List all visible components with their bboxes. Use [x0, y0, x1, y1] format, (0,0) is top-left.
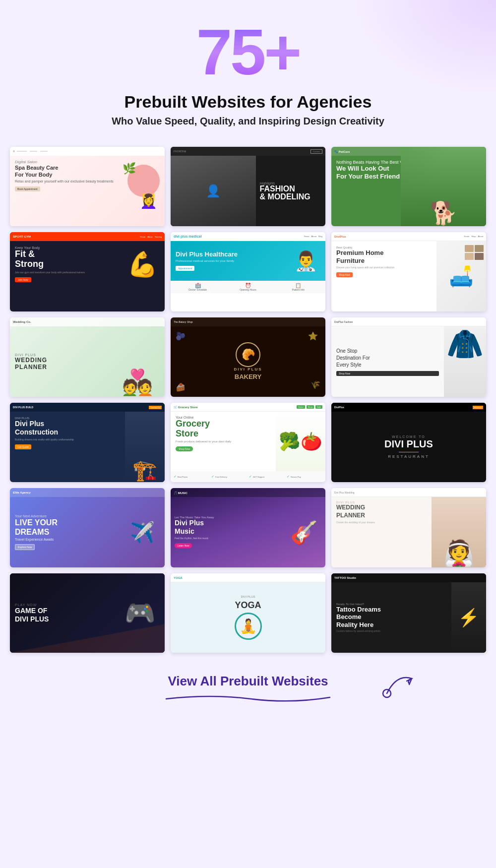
card-wedding2[interactable]: Divi Plus Wedding DIVI PLUS WEDDINGPLANN…: [331, 488, 486, 567]
hc-icon-2: ⏰: [224, 283, 272, 288]
grocery-title: GroceryStore: [176, 419, 271, 439]
grid-row-3: Wedding Co. DIVI PLUS WEDDINGPLANNER 💑 T…: [10, 317, 486, 397]
pets-logo: 🐾 PetCare: [334, 150, 350, 153]
underline-sketch: [161, 691, 335, 704]
bakery-subtitle: DIVI PLUS: [234, 367, 262, 372]
grocery-feat-2: ✓ Free Delivery: [211, 473, 247, 481]
music-logo: 🎵 MUSIC: [174, 491, 187, 495]
bakery-item-1: 🫐: [176, 331, 186, 341]
footer-cta: View All Prebuilt Websites: [0, 659, 496, 714]
tattoo-title: Tattoo DreamsBecomeReality Here: [336, 606, 446, 629]
fitness-nav-2: About: [147, 236, 152, 238]
healthcare-sub: Professional medical services for your f…: [176, 259, 291, 262]
restaurant-title: DIVI PLUS: [384, 438, 433, 450]
grocery-cta[interactable]: Shop Now: [176, 446, 193, 451]
card-tattoo[interactable]: TATTOO Studio Ready To Get Inked? Tattoo…: [331, 573, 486, 653]
restaurant-sub: WELCOME TO: [392, 435, 426, 438]
restaurant-logo: DiviPlus: [334, 406, 344, 409]
card-yoga[interactable]: YOGA DIVI PLUS YOGA 🧘: [171, 573, 325, 653]
travel-cta[interactable]: Explore Now: [15, 544, 35, 550]
hc-service-2: ⏰ Opening Hours: [224, 283, 272, 291]
grocery-check-2: ✓: [211, 475, 214, 479]
yoga-logo: YOGA: [174, 576, 183, 579]
tattoo-img: ⚡: [451, 582, 486, 653]
card-bakery[interactable]: The Bakery Shop 🫐 ⭐ 🍰 🌾 🥐 DIVI PLUS BAKE…: [171, 317, 325, 397]
arrow-sketch-icon: [382, 669, 422, 698]
furniture-title: Premium HomeFurniture: [336, 249, 432, 264]
view-all-link[interactable]: View All Prebuilt Websites: [168, 674, 328, 689]
healthcare-cta[interactable]: Appointment: [176, 266, 194, 271]
wedding-sub: DIVI PLUS: [15, 353, 105, 357]
card-style[interactable]: DiviPlus Fashion One StopDestination For…: [331, 317, 486, 397]
card-fashion[interactable]: FASHION& Contact 👤 Highlights FASHION& M…: [171, 147, 325, 226]
hc-icon-3: 📋: [274, 283, 322, 288]
wedding2-title: WEDDINGPLANNER: [336, 504, 427, 519]
restaurant-badge: Reserve: [473, 406, 483, 409]
furn-nav-3: About: [478, 235, 483, 238]
wedding-img: 💑: [110, 326, 165, 397]
furniture-cta[interactable]: Shop Now: [336, 272, 353, 277]
fitness-cta[interactable]: Join Now: [15, 277, 31, 282]
gaming-img: 🎮: [120, 599, 160, 627]
music-desc: Feel the rhythm, feel the music: [175, 537, 287, 540]
style-cta[interactable]: Shop Now: [336, 371, 439, 376]
spa-sub: Relax and pamper yourself with our exclu…: [15, 180, 121, 183]
grocery-sub: Fresh produce delivered to your door dai…: [176, 440, 271, 443]
card-restaurant[interactable]: DiviPlus Reserve WELCOME TO DIVI PLUS RE…: [331, 403, 486, 482]
card-gaming[interactable]: PLAY NOW GAME OFDIVI PLUS 🎮: [10, 573, 165, 653]
hc-service-3: 📋 Patient Info: [274, 283, 322, 291]
subheadline: Who Value Speed, Quality, and Inspiring …: [10, 116, 486, 127]
grocery-feat-4: ✓ Secure Pay: [287, 473, 322, 481]
wedding-logo: Wedding Co.: [13, 320, 31, 323]
construction-cta[interactable]: Get Quote: [15, 444, 31, 449]
travel-logo: Elite Agency: [13, 491, 31, 494]
grocery-check-3: ✓: [249, 475, 252, 479]
pets-emoji: 🐕: [430, 200, 457, 226]
grocery-img: 🥦🍅: [276, 412, 325, 471]
hc-service-1: 🏥 Doctor Schedule: [174, 283, 222, 291]
fashion-nav-text: FASHION&: [174, 150, 186, 153]
fitness-desc: Join our gym and transform your body wit…: [15, 271, 125, 274]
grid-row-5: Elite Agency Your Next Adventure LIVE YO…: [10, 488, 486, 567]
card-healthcare[interactable]: divi plus medical Home About Blog Divi P…: [171, 232, 325, 311]
hc-nav-2: About: [311, 235, 316, 238]
construction-logo: DIVI PLUS BUILD: [13, 406, 33, 409]
fitness-nav-1: Home: [140, 236, 146, 238]
card-spa[interactable]: Digital Salon Spa Beauty CareFor Your Bo…: [10, 147, 165, 226]
bakery-item-3: 🍰: [176, 382, 186, 392]
wedding2-desc: Create the wedding of your dreams: [336, 521, 427, 524]
header-section: 75+ Prebuilt Websites for Agencies Who V…: [0, 0, 496, 137]
healthcare-logo: divi plus medical: [174, 235, 201, 238]
music-play-btn[interactable]: ▶: [298, 526, 310, 539]
furn-nav-1: Home: [464, 235, 470, 238]
spa-cta[interactable]: Book Appointment: [15, 186, 40, 191]
fitness-logo: SPORT GYM: [13, 235, 31, 238]
grid-row-6: PLAY NOW GAME OFDIVI PLUS 🎮 YOGA DIVI PL…: [10, 573, 486, 653]
big-number: 75+: [10, 20, 486, 84]
furniture-logo: DiviPlus: [334, 235, 346, 238]
card-wedding[interactable]: Wedding Co. DIVI PLUS WEDDINGPLANNER 💑: [10, 317, 165, 397]
spa-leaf-icon: 🌿: [123, 162, 136, 175]
grocery-check-1: ✓: [174, 475, 177, 479]
bakery-item-2: ⭐: [308, 331, 318, 341]
card-travel[interactable]: Elite Agency Your Next Adventure LIVE YO…: [10, 488, 165, 567]
card-grocery[interactable]: 🛒 Grocery Store Home Shop Sale Your Onli…: [171, 403, 325, 482]
grocery-nav-1: Home: [297, 405, 305, 409]
fitness-nav-3: Training: [155, 236, 162, 238]
card-furniture[interactable]: DiviPlus Home Shop About Best Quality Pr…: [331, 232, 486, 311]
style-img: 🧥: [444, 326, 486, 397]
card-pets[interactable]: 🐾 PetCare Home About Services Nothing Be…: [331, 147, 486, 226]
card-construction[interactable]: DIVI PLUS BUILD Contact Us DIVI PLUS Div…: [10, 403, 165, 482]
fashion-nav-btn: Contact: [310, 149, 322, 154]
card-music[interactable]: 🎵 MUSIC Let The Music Take You Away Divi…: [171, 488, 325, 567]
grocery-check-4: ✓: [287, 475, 290, 479]
yoga-circle: 🧘: [235, 613, 262, 640]
card-fitness[interactable]: SPORT GYM Home About Training Keep Your …: [10, 232, 165, 311]
travel-img: ✈️: [125, 521, 160, 544]
hc-nav-3: Blog: [318, 235, 322, 238]
spa-salon-label: Digital Salon: [15, 160, 121, 164]
music-cta[interactable]: Listen Now: [175, 543, 192, 548]
construction-badge: Contact Us: [149, 406, 162, 409]
healthcare-img: 👨‍⚕️: [291, 250, 320, 272]
grocery-feat-1: ✓ Best Prices: [174, 473, 209, 481]
